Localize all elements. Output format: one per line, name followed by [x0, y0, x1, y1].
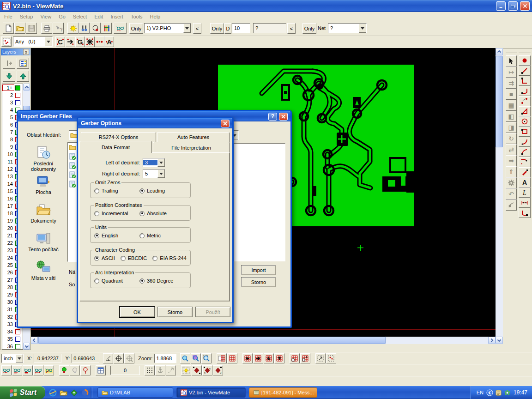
import-help-button[interactable]: ?	[268, 113, 277, 121]
layer-filter-dropdown[interactable]	[183, 24, 191, 33]
pan-right-button[interactable]	[253, 353, 263, 363]
nudge-tool-button[interactable]: ⇑	[506, 166, 517, 177]
layer-row[interactable]: 35	[2, 335, 23, 343]
view-measure-button[interactable]	[33, 365, 43, 375]
mirror-horizontal-tool-button[interactable]: ◧	[506, 111, 517, 122]
toolbar-grip[interactable]	[506, 51, 517, 53]
unit-select[interactable]: inch	[1, 354, 24, 363]
flash-grid-button[interactable]	[67, 23, 79, 34]
menu-setup[interactable]: Setup	[17, 13, 38, 20]
radio-english[interactable]: English	[94, 233, 134, 238]
view-sketch-button[interactable]	[44, 365, 54, 375]
layer-row[interactable]: 34	[2, 328, 23, 335]
scroll-down-button[interactable]	[496, 337, 503, 344]
layer-up-button[interactable]	[17, 71, 29, 82]
line-tool-button[interactable]	[519, 66, 531, 76]
layer-list-button[interactable]	[17, 58, 29, 69]
zoom-grid-button[interactable]	[191, 353, 201, 363]
undo-tool-button[interactable]: ↶	[506, 188, 517, 200]
radio-metric[interactable]: Metric	[139, 233, 161, 238]
scale-tool-button[interactable]: ⇄	[506, 144, 517, 155]
layers-panel-close-icon[interactable]: x	[23, 49, 29, 55]
ok-button[interactable]: OK	[120, 307, 155, 317]
menu-go[interactable]: Go	[56, 13, 70, 20]
probe-button[interactable]	[80, 365, 91, 375]
prev-layer-button[interactable]: <	[193, 23, 201, 34]
star-tool-button[interactable]	[85, 36, 95, 47]
gerber-dialog-titlebar[interactable]: Gerber Options	[78, 118, 232, 128]
layer-colors-button[interactable]	[101, 23, 112, 34]
print-button[interactable]	[41, 23, 52, 34]
view-filled-button[interactable]	[23, 365, 33, 375]
import-button[interactable]: Import	[241, 265, 276, 275]
polyline-tool-button[interactable]	[519, 76, 531, 86]
import-close-button[interactable]	[279, 113, 288, 121]
radio-button[interactable]	[94, 256, 99, 261]
left-of-decimal-dropdown[interactable]	[157, 158, 165, 167]
menu-file[interactable]: File	[1, 13, 17, 20]
pin-tools-button[interactable]	[79, 23, 90, 34]
zoom-in-button[interactable]	[180, 353, 190, 363]
hscroll-thumb[interactable]	[38, 337, 386, 344]
layers-panel-titlebar[interactable]: Layers x	[1, 48, 30, 55]
restore-button[interactable]	[508, 1, 518, 11]
counter-field[interactable]: 0	[110, 366, 140, 375]
fill-rect-alt-tool-button[interactable]: ▦	[506, 100, 517, 111]
letter-a-button[interactable]: A	[104, 36, 114, 47]
dcode-query-field[interactable]: ?	[253, 23, 286, 33]
place-my-computer[interactable]: Tento počítač	[22, 231, 65, 260]
pointer-tool-button[interactable]	[506, 55, 517, 66]
circle-tool-button[interactable]	[519, 116, 531, 127]
diamond-button[interactable]	[192, 365, 202, 375]
arc-tool-button[interactable]	[519, 137, 531, 147]
node-edit-tool-button[interactable]	[506, 200, 517, 211]
board-view-button[interactable]	[217, 353, 227, 363]
layer-color-swatch[interactable]	[15, 100, 20, 105]
window-pane-button[interactable]	[96, 365, 106, 375]
radio-button[interactable]	[139, 211, 145, 216]
curve-tool-button[interactable]	[519, 147, 531, 157]
layer-color-swatch[interactable]	[15, 329, 20, 334]
move-multi-tool-button[interactable]: ⇉	[506, 78, 517, 89]
grid-box-button[interactable]	[290, 353, 300, 363]
radio-trailing[interactable]: Trailing	[94, 188, 134, 193]
mirror-vertical-tool-button[interactable]: ◨	[506, 122, 517, 133]
triangle-tool-button[interactable]	[519, 106, 531, 116]
new-file-button[interactable]	[3, 23, 14, 34]
task-viewmate-app[interactable]: V2.bin - ViewMate	[176, 387, 246, 398]
tab-auto-features[interactable]: Auto Features	[157, 132, 230, 142]
arc-point-tool-button[interactable]	[519, 96, 531, 106]
radio-ebcdic[interactable]: EBCDIC	[121, 255, 147, 261]
tab-data-format[interactable]: Data Format	[79, 141, 152, 153]
right-of-decimal-dropdown[interactable]	[157, 169, 165, 178]
lamp-button[interactable]	[70, 365, 80, 375]
toolbar-grip[interactable]	[519, 51, 531, 53]
text-tool-button[interactable]: A	[519, 177, 531, 187]
only-layer-button[interactable]: Only	[129, 23, 143, 34]
doc-check-icon[interactable]	[69, 153, 76, 160]
stretch-button[interactable]	[166, 365, 176, 375]
net-filter-select[interactable]: ?	[328, 23, 367, 33]
doc-check-icon[interactable]	[69, 181, 76, 188]
tray-flower-icon[interactable]	[504, 389, 511, 396]
menu-edit[interactable]: Edit	[91, 13, 108, 20]
diamond-b-button[interactable]: 3	[213, 365, 223, 375]
traffic-light-button[interactable]	[59, 365, 69, 375]
item-filter-dropdown[interactable]	[45, 37, 52, 46]
scroll-right-button[interactable]	[488, 337, 496, 344]
minimize-button[interactable]	[496, 1, 506, 11]
fill-rect-tool-button[interactable]: ■	[506, 89, 517, 100]
layer-down-button[interactable]	[3, 71, 15, 82]
layers-scroll-up[interactable]	[23, 84, 30, 91]
elbow-tool-button[interactable]	[519, 86, 531, 96]
gerber-cancel-button[interactable]: Storno	[157, 307, 193, 317]
right-of-decimal-select[interactable]: 5	[143, 169, 165, 178]
start-button[interactable]: Start	[0, 386, 45, 399]
label-tool-button[interactable]: L	[519, 187, 531, 198]
apply-button[interactable]: Použít	[195, 307, 230, 317]
select-region-button[interactable]	[326, 353, 336, 363]
radio-leading[interactable]: Leading	[139, 188, 165, 193]
layer-row[interactable]: 2	[2, 91, 23, 99]
grid-box2-button[interactable]	[300, 353, 310, 363]
anchor-button[interactable]	[155, 365, 165, 375]
